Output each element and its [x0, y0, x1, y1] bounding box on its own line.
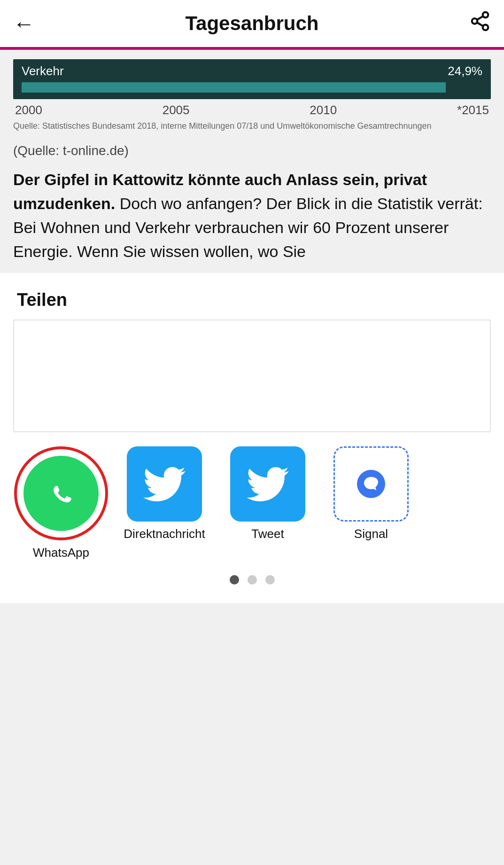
signal-label: Signal	[354, 526, 388, 542]
back-button[interactable]: ←	[13, 11, 35, 36]
twitter-dm-label: Direktnachricht	[124, 526, 205, 542]
page-title: Tagesanbruch	[186, 12, 319, 35]
twitter-tweet-label: Tweet	[251, 526, 284, 542]
chart-years: 2000 2005 2010 *2015	[13, 103, 491, 117]
chart-year-2010: 2010	[310, 103, 337, 117]
whatsapp-app-item[interactable]: WhatsApp	[9, 446, 113, 561]
article-text-section: (Quelle: t-online.de) Der Gipfel in Katt…	[0, 136, 504, 273]
dot-3[interactable]	[265, 575, 275, 584]
chart-year-2005: 2005	[163, 103, 190, 117]
top-bar: ← Tagesanbruch	[0, 0, 504, 47]
twitter-dm-icon	[127, 446, 202, 522]
dot-1[interactable]	[230, 575, 239, 584]
dot-2[interactable]	[248, 575, 257, 584]
twitter-tweet-app-item[interactable]: Tweet	[216, 446, 319, 542]
chart-year-2015: *2015	[457, 103, 489, 117]
chart-container: Verkehr 24,9%	[13, 59, 491, 99]
svg-line-3	[477, 22, 483, 26]
chart-bar	[22, 82, 446, 93]
app-icons-row: WhatsApp Direktnachricht Tweet	[0, 446, 504, 561]
chart-label: Verkehr	[22, 64, 64, 78]
article-body: Der Gipfel in Kattowitz könnte auch Anla…	[13, 168, 491, 264]
chart-value: 24,9%	[448, 64, 482, 78]
article-area: Verkehr 24,9% 2000 2005 2010 *2015 Quell…	[0, 50, 504, 273]
chart-year-2000: 2000	[15, 103, 42, 117]
whatsapp-highlight-ring	[14, 446, 108, 540]
article-source: (Quelle: t-online.de)	[13, 143, 491, 158]
chart-source: Quelle: Statistisches Bundesamt 2018, in…	[13, 121, 491, 131]
svg-line-4	[477, 16, 483, 20]
share-content-area	[13, 320, 491, 432]
chart-section: Verkehr 24,9% 2000 2005 2010 *2015 Quell…	[0, 50, 504, 131]
share-button[interactable]	[469, 10, 491, 37]
share-header: Teilen	[0, 273, 504, 320]
share-sheet: Teilen WhatsApp	[0, 273, 504, 603]
twitter-tweet-icon	[230, 446, 305, 522]
page-dots	[0, 575, 504, 584]
twitter-dm-app-item[interactable]: Direktnachricht	[113, 446, 216, 542]
whatsapp-label: WhatsApp	[33, 545, 89, 561]
signal-icon	[333, 446, 409, 522]
signal-app-item[interactable]: Signal	[319, 446, 423, 542]
whatsapp-icon	[23, 456, 99, 531]
